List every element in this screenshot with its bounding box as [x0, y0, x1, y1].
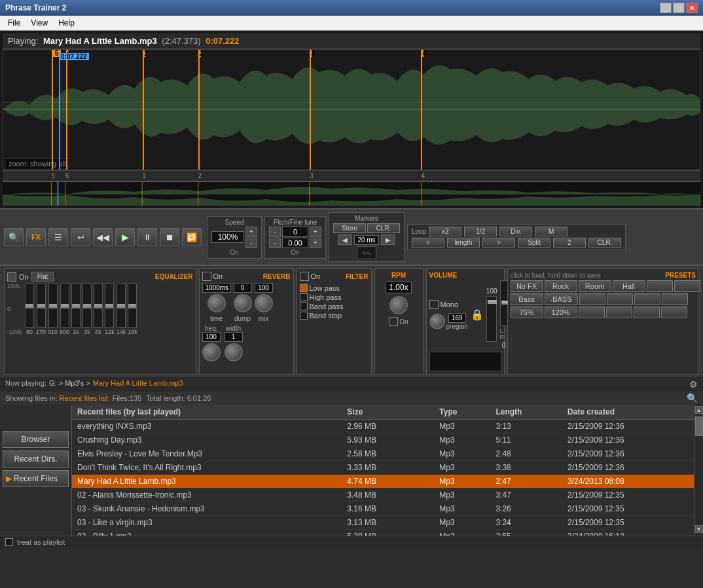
- loop-x2-button[interactable]: x2: [429, 227, 461, 236]
- preset-empty-6[interactable]: [662, 293, 688, 305]
- table-row[interactable]: Crushing Day.mp35.93 MBMp35:112/15/2009 …: [72, 433, 694, 447]
- pregain-knob[interactable]: [429, 314, 445, 329]
- fine-plus-button[interactable]: +: [310, 238, 321, 248]
- rpm-knob[interactable]: [389, 296, 408, 314]
- eq-slider[interactable]: [60, 284, 69, 328]
- eq-slider[interactable]: [25, 284, 34, 328]
- preset-75[interactable]: 75%: [511, 306, 543, 318]
- search-icon[interactable]: 🔍: [687, 393, 698, 403]
- minimize-button[interactable]: _: [660, 3, 672, 13]
- speed-down-button[interactable]: -: [245, 238, 257, 248]
- pitch-plus-button[interactable]: +: [310, 227, 321, 237]
- mono-checkbox[interactable]: [429, 300, 439, 309]
- table-row[interactable]: 03 - Billy 1.mp35.39 MBMp33:552/24/2009 …: [72, 530, 694, 536]
- eq-slider[interactable]: [71, 284, 81, 328]
- marker-6[interactable]: 6: [66, 50, 67, 170]
- loop-length-btn[interactable]: length: [447, 238, 480, 248]
- loop-m-button[interactable]: M: [535, 227, 568, 236]
- maximize-button[interactable]: □: [673, 3, 685, 13]
- loop-split-btn[interactable]: Split: [518, 238, 550, 248]
- fx-button[interactable]: FX: [26, 228, 46, 246]
- table-row[interactable]: Don't Think Twice, It's All Right.mp33.3…: [72, 461, 694, 475]
- eq-slider[interactable]: [128, 284, 137, 328]
- eq-slider[interactable]: [48, 284, 58, 328]
- rpm-on-checkbox[interactable]: On: [389, 317, 408, 326]
- marker-3[interactable]: 3: [310, 50, 311, 170]
- filter-bandpass[interactable]: Band pass: [300, 302, 369, 311]
- eq-slider[interactable]: [82, 284, 92, 328]
- store-button[interactable]: Store: [333, 223, 366, 233]
- table-row[interactable]: 02 - Alanis Morissette-Ironic.mp33.48 MB…: [72, 488, 694, 502]
- settings-icon[interactable]: ⚙: [689, 379, 698, 390]
- marker-fwd-button[interactable]: ▶: [381, 234, 395, 245]
- minimap[interactable]: [3, 181, 700, 206]
- table-row[interactable]: 03 - Like a virgin.mp33.13 MBMp33:242/15…: [72, 516, 694, 530]
- loop-back-button[interactable]: ↩: [71, 228, 90, 246]
- preset-empty-2[interactable]: [674, 280, 700, 292]
- preset-nofx[interactable]: No FX: [511, 280, 543, 292]
- marker-5[interactable]: 5: [52, 50, 53, 170]
- reverb-time-knob[interactable]: [207, 294, 226, 312]
- prev-button[interactable]: ◀◀: [93, 228, 113, 246]
- speed-up-button[interactable]: +: [245, 227, 257, 237]
- filter-lowpass-checkbox[interactable]: [300, 284, 308, 292]
- repeat-button[interactable]: 🔁: [182, 228, 202, 246]
- scroll-thumb[interactable]: [695, 416, 703, 436]
- volume-slider[interactable]: [486, 296, 497, 342]
- menu-file[interactable]: File: [3, 17, 26, 29]
- pitch-on[interactable]: On: [291, 249, 299, 256]
- filter-lowpass[interactable]: Low pass: [300, 284, 369, 293]
- eq-flat-btn[interactable]: Flat: [31, 272, 54, 282]
- scroll-up-button[interactable]: ▲: [695, 406, 703, 414]
- eq-slider[interactable]: [117, 284, 126, 328]
- reverb-mix-knob[interactable]: [255, 294, 273, 312]
- eq-slider[interactable]: [105, 284, 114, 328]
- table-row[interactable]: Elvis Presley - Love Me Tender.Mp32.58 M…: [72, 447, 694, 461]
- markers-clr-button[interactable]: CLR.: [367, 223, 400, 233]
- scroll-down-button[interactable]: ▼: [695, 525, 703, 533]
- treat-playlist-checkbox[interactable]: [5, 538, 13, 546]
- marker-1[interactable]: 1: [143, 50, 144, 170]
- loop-half-button[interactable]: 1/2: [464, 227, 497, 236]
- file-scrollbar[interactable]: ▲ ▼: [694, 405, 703, 536]
- eq-slider[interactable]: [37, 284, 46, 328]
- eq-slider[interactable]: [94, 284, 103, 328]
- table-row[interactable]: Mary Had A Little Lamb.mp34.74 MBMp32:47…: [72, 475, 694, 488]
- eq-on-checkbox[interactable]: [7, 272, 16, 282]
- waveform-display[interactable]: // This generates waveform visually inli…: [3, 49, 700, 170]
- speed-on[interactable]: On: [230, 249, 238, 256]
- recent-files-button[interactable]: ▶ Recent Files: [3, 470, 69, 487]
- fine-minus-button[interactable]: -: [269, 238, 281, 248]
- preset-empty-10[interactable]: [661, 306, 687, 318]
- pitch-minus-button[interactable]: -: [269, 227, 281, 237]
- filter-bandstop[interactable]: Band stop: [300, 311, 369, 320]
- close-button[interactable]: ✕: [686, 3, 698, 13]
- filter-on-checkbox[interactable]: [300, 272, 309, 281]
- preset-empty-9[interactable]: [634, 306, 660, 318]
- preset-empty-7[interactable]: [579, 306, 605, 318]
- preset-empty-4[interactable]: [607, 293, 633, 305]
- table-row[interactable]: 03 - Skunk Anansie - Hedonism.mp33.16 MB…: [72, 502, 694, 516]
- reverb-width-knob[interactable]: [225, 343, 243, 361]
- menu-help[interactable]: Help: [53, 17, 80, 29]
- filter-bandpass-checkbox[interactable]: [300, 303, 308, 310]
- filter-highpass-checkbox[interactable]: [300, 293, 308, 301]
- preset-empty-8[interactable]: [606, 306, 632, 318]
- table-row[interactable]: everything INXS.mp32.96 MBMp33:132/15/20…: [72, 420, 694, 433]
- search-button[interactable]: 🔍: [4, 228, 24, 246]
- preset-empty-3[interactable]: [579, 293, 605, 305]
- marker-2[interactable]: 2: [198, 50, 200, 170]
- filter-bandstop-checkbox[interactable]: [300, 312, 308, 320]
- marker-back-button[interactable]: ◀: [338, 234, 352, 245]
- loop-back-btn[interactable]: <: [412, 238, 444, 248]
- recent-dirs-button[interactable]: Recent Dirs.: [3, 450, 69, 468]
- lr-slider[interactable]: [500, 280, 508, 326]
- loop-clr-btn[interactable]: CLR.: [588, 238, 621, 248]
- menu-view[interactable]: View: [26, 17, 53, 29]
- pause-button[interactable]: ⏸: [137, 228, 157, 246]
- loop-div-button[interactable]: Div.: [499, 227, 532, 236]
- play-button[interactable]: ▶: [115, 228, 135, 246]
- loop-fwd-btn[interactable]: >: [482, 238, 515, 248]
- preset-rock[interactable]: Rock: [545, 280, 577, 292]
- playlist-button[interactable]: ☰: [48, 228, 68, 246]
